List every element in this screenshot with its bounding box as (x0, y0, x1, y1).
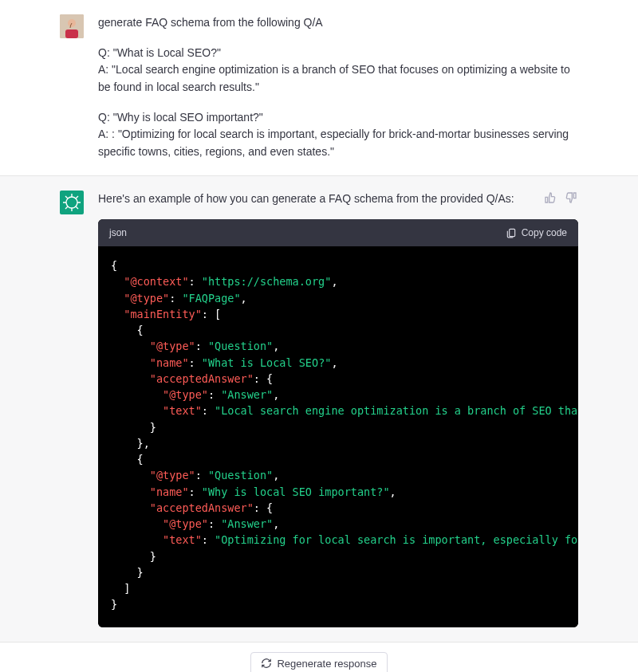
code-content: { "@context": "https://schema.org", "@ty… (111, 257, 565, 613)
user-message-text: generate FAQ schema from the following Q… (98, 14, 578, 161)
regenerate-button[interactable]: Regenerate response (250, 652, 387, 672)
refresh-icon (261, 658, 272, 669)
thumbs-up-icon[interactable] (543, 191, 557, 205)
user-avatar (60, 14, 84, 38)
svg-rect-4 (509, 229, 514, 236)
copy-code-label: Copy code (522, 226, 567, 241)
thumbs-down-icon[interactable] (564, 191, 578, 205)
regenerate-label: Regenerate response (277, 658, 376, 670)
assistant-message: Here's an example of how you can generat… (0, 176, 638, 643)
svg-rect-2 (65, 29, 78, 38)
code-block-header: json Copy code (98, 219, 578, 247)
copy-code-button[interactable]: Copy code (506, 226, 567, 241)
assistant-intro-text: Here's an example of how you can generat… (98, 191, 534, 208)
code-block: json Copy code { "@context": "https://sc… (98, 219, 578, 627)
code-block-body[interactable]: { "@context": "https://schema.org", "@ty… (98, 246, 578, 627)
svg-point-3 (66, 197, 77, 208)
clipboard-icon (506, 227, 517, 238)
assistant-avatar (60, 191, 84, 214)
code-language-label: json (109, 226, 127, 241)
user-message: generate FAQ schema from the following Q… (0, 0, 638, 176)
feedback-buttons (543, 191, 578, 205)
